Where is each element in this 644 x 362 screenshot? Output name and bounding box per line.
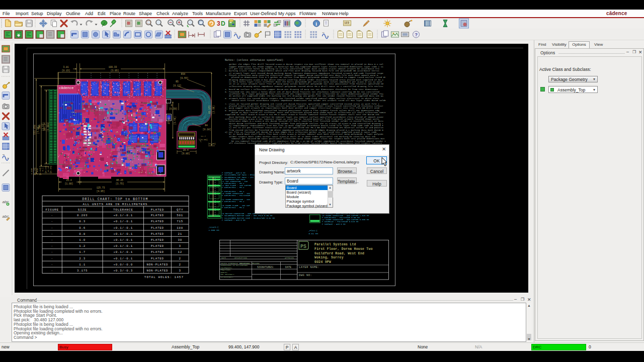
svg-text:TOLERANCE: TOLERANCE xyxy=(113,208,133,212)
svg-text:1.0: 1.0 xyxy=(79,238,86,242)
svg-text:[1.46]: [1.46] xyxy=(174,117,176,125)
svg-text:10.18: 10.18 xyxy=(47,166,49,172)
svg-text:4.445: 4.445 xyxy=(31,168,33,174)
svg-text:R34: R34 xyxy=(181,73,186,75)
svg-text:PLATED: PLATED xyxy=(151,208,164,212)
svg-text:[0.18]: [0.18] xyxy=(34,167,36,175)
svg-text:silkscreen drawing white imped: silkscreen drawing white impedance nomin… xyxy=(229,85,383,87)
svg-text:30: 30 xyxy=(178,238,182,242)
svg-text:100.33: 100.33 xyxy=(109,66,117,68)
svg-text:·: · xyxy=(51,257,53,260)
svg-text:·: · xyxy=(51,238,53,242)
svg-text:PLATED: PLATED xyxy=(151,220,164,223)
svg-text:2.3: 2.3 xyxy=(79,257,86,260)
svg-text:[0.39]: [0.39] xyxy=(169,108,178,110)
svg-text:25.4: 25.4 xyxy=(66,179,71,182)
svg-text:20.4: 20.4 xyxy=(183,149,188,151)
svg-text:[0.15]: [0.15] xyxy=(62,69,70,72)
svg-text:+0.1/-0.1: +0.1/-0.1 xyxy=(113,226,133,230)
svg-text:[3.95]: [3.95] xyxy=(111,69,119,72)
svg-text:+0.1/-0.1: +0.1/-0.1 xyxy=(113,214,133,217)
svg-text:3: 3 xyxy=(179,244,181,248)
svg-text:_Flex:(: _Flex:( xyxy=(308,229,317,232)
svg-text:PS: PS xyxy=(300,244,306,249)
svg-text:P DIELECTRIC - FR-4: P DIELECTRIC - FR-4 xyxy=(222,187,245,189)
svg-text:Guildford Road, West End: Guildford Road, West End xyxy=(314,252,364,255)
svg-text:?: ? xyxy=(415,32,418,37)
svg-text:FIGURE: FIGURE xyxy=(45,208,58,212)
svg-text:0.203: 0.203 xyxy=(77,214,88,217)
svg-text:0.635: 0.635 xyxy=(36,168,38,174)
svg-text:0.8: 0.8 xyxy=(79,232,86,236)
svg-text:+0.0/-0.0: +0.0/-0.0 xyxy=(113,263,133,266)
svg-text:[0.18]: [0.18] xyxy=(203,128,211,131)
svg-text:TOTAL HOLES: 1457: TOTAL HOLES: 1457 xyxy=(144,276,184,279)
svg-text:[0.80]: [0.80] xyxy=(182,152,190,155)
svg-text:125.73: 125.73 xyxy=(97,187,105,189)
svg-text:i: i xyxy=(315,21,317,27)
svg-text:PLATED: PLATED xyxy=(151,250,164,254)
svg-text:cādence´: cādence´ xyxy=(59,86,76,90)
svg-text:[4.103]: [4.103] xyxy=(47,122,49,131)
svg-text:smooth with finish accordance: smooth with finish accordance respect im… xyxy=(231,99,386,102)
svg-text:P DIELECTRIC - FR-4: P DIELECTRIC - FR-4 xyxy=(222,201,245,203)
svg-text:123: 123 xyxy=(344,21,350,24)
svg-text:NON-PLATED: NON-PLATED xyxy=(147,263,169,266)
svg-text:[4.95]: [4.95] xyxy=(97,190,105,193)
svg-text:SIGNATURES:: SIGNATURES: xyxy=(257,266,274,269)
svg-text:PLATED: PLATED xyxy=(151,226,164,230)
svg-text:[0.40]: [0.40] xyxy=(50,165,52,173)
svg-text:ALL UNITS ARE IN MILLIMETERS: ALL UNITS ARE IN MILLIMETERS xyxy=(83,203,148,206)
svg-text:·: · xyxy=(51,220,53,223)
svg-text:0.61 MM: 0.61 MM xyxy=(309,232,318,235)
svg-text:ANGLES-: ANGLES- xyxy=(221,272,228,274)
svg-text:188: 188 xyxy=(177,226,183,230)
svg-text:PLATED: PLATED xyxy=(151,244,164,248)
svg-text:[0.24]: [0.24] xyxy=(45,165,47,173)
svg-text:R5: R5 xyxy=(176,80,179,83)
svg-text:LAYER NAME:: LAYER NAME: xyxy=(299,265,319,269)
svg-text:501: 501 xyxy=(177,214,183,217)
svg-text:·: · xyxy=(51,263,53,266)
svg-text:·: · xyxy=(51,244,53,248)
svg-text:PLATED: PLATED xyxy=(151,214,164,217)
svg-text:3: 3 xyxy=(217,20,220,27)
svg-text:P SURFACE - AIR 0 MM: P SURFACE - AIR 0 MM xyxy=(322,223,346,225)
svg-text:abc: abc xyxy=(3,214,9,219)
svg-text:95.25: 95.25 xyxy=(116,179,123,182)
svg-text:_Stack:(: _Stack:( xyxy=(208,226,219,228)
svg-text:+0.1/-0.1: +0.1/-0.1 xyxy=(113,257,133,260)
svg-text:+0.1/-0.1: +0.1/-0.1 xyxy=(113,244,133,248)
svg-text:GU24 9PW: GU24 9PW xyxy=(314,260,331,264)
svg-text:0.6: 0.6 xyxy=(79,226,86,230)
svg-text:1.1: 1.1 xyxy=(79,263,86,266)
svg-text:[0.50]: [0.50] xyxy=(200,139,207,141)
svg-text:715: 715 xyxy=(177,220,183,223)
svg-text:TOLERANCES:: TOLERANCES: xyxy=(221,267,233,269)
svg-text:+0.1/-0.1: +0.1/-0.1 xyxy=(113,232,133,236)
svg-text:DWG NO:: DWG NO: xyxy=(299,274,312,277)
svg-text:DATE: DATE xyxy=(221,257,226,259)
svg-text:·: · xyxy=(51,269,53,273)
svg-text:UNLESS OTHERWISE SPECIFIED: UNLESS OTHERWISE SPECIFIED xyxy=(221,262,249,264)
svg-text:2: 2 xyxy=(179,257,181,260)
svg-text:3.81: 3.81 xyxy=(63,66,68,68)
svg-text:104.14: 104.14 xyxy=(43,122,46,131)
svg-text:12: 12 xyxy=(178,250,182,254)
svg-text:DATE: DATE xyxy=(285,266,291,269)
svg-text:XX.DECIMALS:: XX.DECIMALS: xyxy=(221,276,234,278)
svg-text:First Floor, Dorna House Two: First Floor, Dorna House Two xyxy=(314,247,373,251)
svg-text:SIZE: SIZE xyxy=(78,208,87,212)
svg-text:+0.3/-0.3: +0.3/-0.3 xyxy=(113,269,133,273)
svg-text:PLATED: PLATED xyxy=(151,232,164,236)
svg-text:0.3: 0.3 xyxy=(79,220,86,223)
svg-text:D: D xyxy=(221,20,225,27)
svg-text:111.353: 111.353 xyxy=(33,125,36,135)
svg-text:PLATED: PLATED xyxy=(151,257,164,260)
svg-text:APPROVED: APPROVED xyxy=(285,257,294,259)
svg-text:[0.55]: [0.55] xyxy=(180,77,189,79)
svg-text:12.7: 12.7 xyxy=(201,135,206,137)
svg-text:·: · xyxy=(51,214,53,217)
svg-text:55.372: 55.372 xyxy=(208,105,211,114)
svg-text:·: · xyxy=(51,250,53,254)
